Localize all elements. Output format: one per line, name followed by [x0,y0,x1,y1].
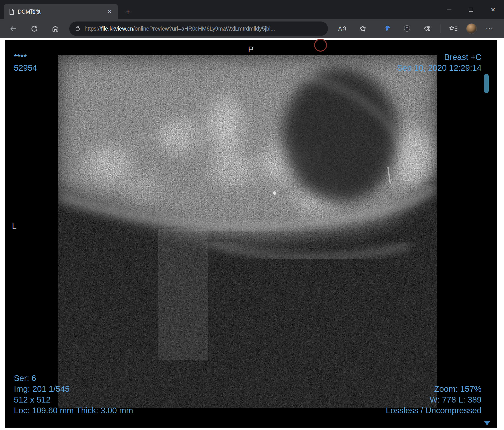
home-button[interactable] [48,22,63,35]
overlay-display-info: Zoom: 157% W: 778 L: 389 Lossless / Unco… [386,383,482,416]
star-icon [359,25,367,33]
new-tab-button[interactable]: + [123,7,133,17]
tab-title: DCM预览 [18,8,102,16]
patient-name-masked: **** [14,52,37,62]
image-number: Img: 201 1/545 [14,383,133,394]
orientation-marker-posterior: P [248,44,253,55]
blue-extension-icon[interactable] [380,22,394,35]
refresh-button[interactable] [27,22,42,35]
url-text: https://file.kkview.cn/onlinePreview?url… [85,26,275,32]
extensions-area: T ⋯ [380,22,498,35]
window-controls: ✕ [438,0,504,19]
page-content: **** 52954 Breast +C Sep 10, 2020 12:29:… [0,38,504,430]
tab-close-button[interactable]: ✕ [105,7,114,16]
window-minimize-button[interactable] [438,0,460,19]
ellipsis-icon: ⋯ [486,24,494,33]
close-icon: ✕ [491,7,495,13]
lock-icon [74,25,81,32]
dicom-viewer[interactable]: **** 52954 Breast +C Sep 10, 2020 12:29:… [5,40,497,428]
favorites-hub-button[interactable] [446,22,460,35]
extensions-puzzle-icon[interactable] [420,22,434,35]
minimize-icon [447,9,451,10]
more-menu-button[interactable]: ⋯ [483,22,497,35]
maximize-icon [469,8,473,12]
shield-extension-icon[interactable]: T [400,22,414,35]
close-icon: ✕ [108,9,112,15]
window-close-button[interactable]: ✕ [482,0,504,19]
tab-strip: DCM预览 ✕ + ✕ [0,0,504,19]
address-bar[interactable]: https://file.kkview.cn/onlinePreview?url… [69,21,328,36]
zoom-level: Zoom: 157% [386,383,482,394]
study-datetime: Sep 10, 2020 12:29:14 [397,62,482,73]
read-aloud-button[interactable]: A [335,22,349,35]
navigation-toolbar: https://file.kkview.cn/onlinePreview?url… [0,19,504,38]
overlay-study-info: Breast +C Sep 10, 2020 12:29:14 [397,52,482,73]
browser-window: DCM预览 ✕ + ✕ [0,0,504,430]
favorite-star-button[interactable] [356,22,370,35]
document-icon [9,8,14,15]
svg-text:A: A [338,26,342,32]
window-maximize-button[interactable] [460,0,482,19]
series-number: Ser: 6 [14,373,133,383]
url-scheme: https:// [85,26,101,32]
study-description: Breast +C [397,52,482,62]
favorites-hub-icon [449,25,458,33]
slice-location: Loc: 109.60 mm Thick: 3.00 mm [14,405,133,416]
toolbar-divider [440,24,441,33]
url-path: /onlinePreview?url=aHR0cHM6Ly9maWxlLmtrd… [133,26,275,32]
compression-info: Lossless / Uncompressed [386,405,482,416]
mri-image[interactable] [58,55,437,408]
viewer-scrollbar-thumb[interactable] [484,74,489,93]
svg-text:T: T [406,26,408,30]
back-button[interactable] [6,22,20,35]
profile-avatar[interactable] [466,23,477,34]
back-arrow-icon [9,25,17,33]
url-host: file.kkview.cn [101,26,133,32]
image-matrix: 512 x 512 [14,394,133,405]
viewer-scroll-down-arrow[interactable] [484,421,490,425]
refresh-icon [31,25,38,33]
tab-dcm-preview[interactable]: DCM预览 ✕ [4,4,118,19]
home-icon [52,25,59,33]
patient-id: 52954 [14,62,37,73]
overlay-patient-info: **** 52954 [14,52,37,73]
window-level: W: 778 L: 389 [386,394,482,405]
annotation-circle [314,39,327,52]
read-aloud-icon: A [337,25,347,32]
orientation-marker-left: L [12,221,17,232]
plus-icon: + [126,7,130,17]
overlay-series-info: Ser: 6 Img: 201 1/545 512 x 512 Loc: 109… [14,373,133,416]
